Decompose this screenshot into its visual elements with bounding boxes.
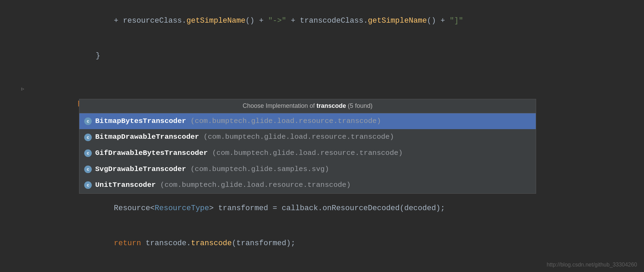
popup-item-0[interactable]: c BitmapBytesTranscoder (com.bumptech.gl…	[79, 113, 536, 129]
code-line-7: Resource<ResourceType> transformed = cal…	[21, 191, 637, 226]
popup-item-3[interactable]: c SvgDrawableTranscoder (com.bumptech.gl…	[79, 161, 536, 178]
popup-count: (5 found)	[348, 102, 373, 109]
popup-item-4[interactable]: c UnitTranscoder (com.bumptech.glide.loa…	[79, 177, 536, 193]
popup-package-4: (com.bumptech.glide.load.resource.transc…	[156, 180, 351, 191]
popup-title: Choose Implementation of	[243, 102, 317, 109]
bottom-url: http://blog.csdn.net/github_33304260	[547, 261, 637, 269]
popup-package-3: (com.bumptech.glide.samples.svg)	[186, 164, 329, 175]
code-area: + resourceClass.getSimpleName() + "->" +…	[0, 3, 644, 272]
popup-class-2: GifDrawableBytesTranscoder	[95, 148, 208, 159]
popup-package-1: (com.bumptech.glide.load.resource.transc…	[199, 132, 394, 143]
popup-item-1[interactable]: c BitmapDrawableTranscoder (com.bumptech…	[79, 129, 536, 145]
class-icon-2: c	[84, 149, 92, 157]
popup-header: Choose Implementation of transcode (5 fo…	[79, 99, 536, 113]
popup-keyword: transcode	[317, 102, 346, 109]
popup-package-2: (com.bumptech.glide.load.resource.transc…	[208, 148, 403, 159]
code-line-8: return transcode.transcode(transformed);	[21, 226, 637, 261]
gutter-arrow-4: ▷	[21, 86, 24, 93]
popup-class-0: BitmapBytesTranscoder	[95, 116, 186, 127]
class-icon-1: c	[84, 134, 92, 141]
class-icon-4: c	[84, 181, 92, 189]
code-editor: + resourceClass.getSimpleName() + "->" +…	[0, 0, 644, 272]
popup-class-3: SvgDrawableTranscoder	[95, 164, 186, 175]
code-line-1: + resourceClass.getSimpleName() + "->" +…	[21, 3, 637, 38]
popup-class-1: BitmapDrawableTranscoder	[95, 132, 199, 143]
implementation-popup[interactable]: Choose Implementation of transcode (5 fo…	[79, 99, 536, 194]
popup-package-0: (com.bumptech.glide.load.resource.transc…	[186, 116, 381, 127]
class-icon-3: c	[84, 166, 92, 173]
code-line-3	[21, 74, 637, 86]
popup-class-4: UnitTranscoder	[95, 180, 156, 191]
code-line-2: }	[21, 38, 637, 73]
code-line-9: }	[21, 261, 637, 272]
popup-item-2[interactable]: c GifDrawableBytesTranscoder (com.bumpte…	[79, 145, 536, 161]
class-icon-0: c	[84, 117, 92, 125]
